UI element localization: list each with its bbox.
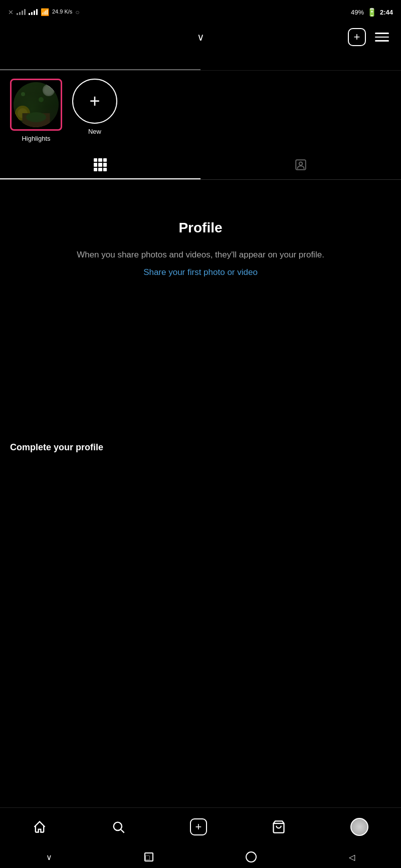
signal-bars-1 [17,9,26,15]
svg-point-2 [113,822,121,830]
android-forward-btn[interactable]: ◁ [349,852,355,862]
battery-percent: 49% [351,9,364,16]
profile-title: Profile [178,220,222,236]
time-label: 2:44 [380,9,393,16]
tab-tagged[interactable] [200,150,401,179]
new-plus-icon: + [89,91,100,112]
grid-icon [94,158,107,171]
content-tabs [0,150,401,180]
status-left: ✕ 📶 24.9 K/s ○ [8,8,80,16]
tab-grid[interactable] [0,150,200,179]
add-post-icon: + [190,818,207,835]
nav-profile[interactable] [342,814,376,840]
svg-line-3 [121,829,124,832]
nav-shop[interactable] [264,816,294,838]
search-icon [111,820,125,834]
highlight-item-new[interactable]: + New [72,79,117,135]
profile-description: When you share photos and videos, they'l… [77,248,324,261]
complete-profile-title: Complete your profile [10,442,391,453]
new-label: New [88,128,101,135]
menu-button[interactable] [375,33,389,42]
home-icon [33,820,47,834]
profile-avatar[interactable] [350,818,368,836]
android-recent-btn[interactable]: □ [144,852,153,861]
highlight-item-highlights[interactable]: Highlights [10,79,62,142]
android-nav: ∨ □ ◁ [0,846,401,868]
android-home-btn[interactable] [246,851,257,862]
android-back-btn[interactable]: ∨ [46,852,52,862]
wifi-icon: 📶 [41,8,49,16]
svg-point-1 [299,162,303,166]
battery-icon: 🔋 [367,8,377,17]
highlight-label: Highlights [22,135,50,142]
share-first-photo-link[interactable]: Share your first photo or video [143,265,258,279]
x-icon: ✕ [8,9,14,16]
tagged-icon [294,158,307,171]
status-right: 49% 🔋 2:44 [351,8,393,17]
highlight-selected-border [10,79,62,131]
signal-bars-2 [29,9,38,15]
account-dropdown[interactable]: ∨ [197,31,205,43]
nav-search[interactable] [103,816,133,838]
plus-icon: + [354,32,360,43]
shop-icon [272,820,286,834]
bottom-nav: + [0,807,401,846]
highlight-image [14,82,59,127]
main-content: Profile When you share photos and videos… [0,180,401,430]
top-partial-tabs [0,52,401,71]
complete-profile-section: Complete your profile [0,430,401,469]
nav-actions: + [348,28,389,46]
new-highlight-circle[interactable]: + [72,79,117,124]
nav-add[interactable]: + [182,814,215,839]
top-nav: ∨ + [0,22,401,52]
dropdown-arrow: ∨ [197,31,205,43]
highlights-row: Highlights + New [0,71,401,150]
nav-home[interactable] [25,816,55,838]
speed-label: 24.9 K/s [52,9,72,15]
circle-icon: ○ [75,8,79,16]
status-bar: ✕ 📶 24.9 K/s ○ 49% 🔋 2:44 [0,0,401,22]
add-content-button[interactable]: + [348,28,366,46]
